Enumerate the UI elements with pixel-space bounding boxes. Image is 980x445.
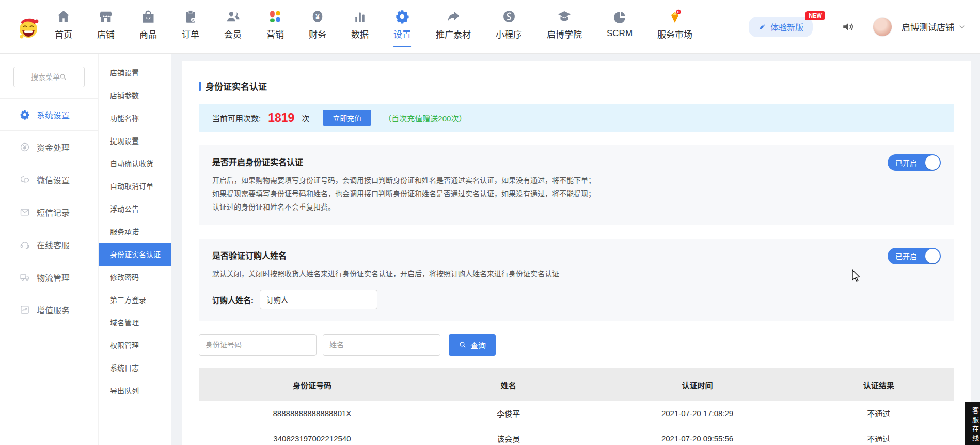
submenu-item-6[interactable]: 自动取消订单 <box>99 175 171 198</box>
nav-item-8[interactable]: 数据 <box>350 6 370 47</box>
nav-item-14[interactable]: H服务市场 <box>656 6 693 47</box>
nav-item-label: 设置 <box>393 27 411 40</box>
nav-item-label: 订单 <box>182 27 199 40</box>
nav-item-label: 数据 <box>351 27 369 40</box>
orderer-name-input[interactable] <box>260 290 377 309</box>
id-auth-desc-line: 开启后，如果购物需要填写身份证号码，会调用接口判断身份证和姓名是否通过实名认证，… <box>212 173 941 187</box>
sidebar-item-7[interactable]: 增值服务 <box>0 293 98 326</box>
sidebar-item-2[interactable]: 资金处理 <box>0 131 98 163</box>
table-row: 88888888888888801X李俊平2021-07-20 17:08:29… <box>199 401 954 426</box>
try-new-version-button[interactable]: 体验新版 NEW <box>749 17 813 37</box>
table-cell-time: 2021-07-20 09:55:56 <box>592 426 803 445</box>
table-header-cell: 身份证号码 <box>199 368 425 401</box>
marketing-icon <box>268 9 282 24</box>
nav-item-11[interactable]: 小程序 <box>495 6 523 47</box>
toggle-knob <box>925 249 940 263</box>
query-button[interactable]: 查询 <box>449 334 496 356</box>
nav-item-7[interactable]: ¥财务 <box>308 6 327 47</box>
goods-icon <box>141 9 155 24</box>
nav-item-4[interactable]: 订单 <box>181 6 200 47</box>
svg-text:H: H <box>677 10 680 13</box>
submenu-item-11[interactable]: 第三方登录 <box>99 289 171 311</box>
record-search-row: 查询 <box>199 334 954 356</box>
nav-item-label: 会员 <box>224 27 242 40</box>
app-logo-icon[interactable] <box>15 14 40 39</box>
id-auth-card: 是否开启身份证实名认证 开启后，如果购物需要填写身份证号码，会调用接口判断身份证… <box>199 145 954 225</box>
submenu-item-2[interactable]: 店铺参数 <box>99 84 171 107</box>
data-icon <box>353 9 367 24</box>
svg-text:¥: ¥ <box>315 13 320 21</box>
orderer-name-label: 订购人姓名: <box>212 294 254 305</box>
sidebar-item-4[interactable]: 短信记录 <box>0 196 98 228</box>
submenu-item-12[interactable]: 域名管理 <box>99 311 171 334</box>
quota-unit: 次 <box>302 113 309 123</box>
members-icon <box>226 9 240 24</box>
submenu-item-15[interactable]: 导出队列 <box>99 379 171 402</box>
submenu-item-9[interactable]: 身份证实名认证 <box>99 243 171 266</box>
table-cell-name: 李俊平 <box>425 401 592 426</box>
sidebar-item-label: 微信设置 <box>37 173 70 186</box>
sms-icon <box>20 207 30 217</box>
submenu-item-14[interactable]: 系统日志 <box>99 357 171 379</box>
store-icon <box>99 9 113 24</box>
menu-search-input[interactable] <box>13 67 85 87</box>
nav-item-label: 商品 <box>139 27 157 40</box>
nav-item-13[interactable]: SCRM <box>606 7 634 46</box>
title-accent-bar <box>199 82 201 91</box>
settings-icon <box>395 9 409 24</box>
logistics-icon <box>20 272 30 282</box>
submenu-item-7[interactable]: 浮动公告 <box>99 198 171 220</box>
nav-item-label: 服务市场 <box>657 27 692 40</box>
submenu-item-5[interactable]: 自动确认收货 <box>99 152 171 175</box>
nav-item-3[interactable]: 商品 <box>138 6 158 47</box>
name-search-input[interactable] <box>323 334 440 356</box>
id-auth-toggle[interactable]: 已开启 <box>888 154 941 171</box>
nav-item-5[interactable]: 会员 <box>223 6 243 47</box>
quota-label: 当前可用次数: <box>212 113 261 123</box>
nav-item-10[interactable]: 推广素材 <box>435 6 472 47</box>
nav-item-label: 营销 <box>266 27 284 40</box>
submenu-item-10[interactable]: 修改密码 <box>99 266 171 289</box>
nav-item-12[interactable]: 启博学院 <box>546 6 583 47</box>
sidebar-item-6[interactable]: 物流管理 <box>0 261 98 293</box>
announcement-speaker-icon[interactable] <box>842 20 855 34</box>
sidebar-item-label: 短信记录 <box>37 206 70 218</box>
customer-service-tab[interactable]: 客服在线 <box>965 402 980 445</box>
table-cell-name: 该会员 <box>425 426 592 445</box>
orderer-name-toggle[interactable]: 已开启 <box>888 248 941 264</box>
service-icon <box>20 240 30 250</box>
quota-banner: 当前可用次数: 1819 次 立即充值 （首次充值赠送200次） <box>199 104 954 132</box>
main-nav: 首页店铺商品订单会员营销¥财务数据设置推广素材小程序启博学院SCRMH服务市场 <box>54 6 693 47</box>
toggle-state-label: 已开启 <box>895 251 917 261</box>
submenu-item-3[interactable]: 功能名称 <box>99 107 171 130</box>
nav-item-1[interactable]: 首页 <box>54 6 73 47</box>
wechat-icon <box>20 174 30 185</box>
new-badge: NEW <box>805 11 825 20</box>
nav-item-6[interactable]: 营销 <box>265 6 285 47</box>
sidebar-item-1[interactable]: 系统设置 <box>0 98 98 131</box>
nav-item-2[interactable]: 店铺 <box>96 6 116 47</box>
nav-item-label: SCRM <box>607 28 633 39</box>
nav-item-9[interactable]: 设置 <box>392 6 412 47</box>
table-cell-id: 88888888888888801X <box>199 401 425 426</box>
table-cell-id: 340823197002212540 <box>199 426 425 445</box>
table-header-cell: 认证结果 <box>803 368 954 401</box>
id-number-search-input[interactable] <box>199 334 317 356</box>
sidebar-item-3[interactable]: 微信设置 <box>0 163 98 196</box>
orders-icon <box>183 9 198 24</box>
value-added-icon <box>20 305 30 315</box>
submenu-item-8[interactable]: 服务承诺 <box>99 220 171 243</box>
first-recharge-promo: （首次充值赠送200次） <box>384 113 466 123</box>
nav-item-label: 推广素材 <box>436 27 471 40</box>
table-body: 88888888888888801X李俊平2021-07-20 17:08:29… <box>199 401 954 445</box>
submenu-item-1[interactable]: 店铺设置 <box>99 61 171 84</box>
sidebar-item-5[interactable]: 在线客服 <box>0 228 98 261</box>
sidebar-item-label: 物流管理 <box>37 271 70 283</box>
orderer-name-card: 是否验证订购人姓名 默认关闭，关闭时按照收货人姓名来进行身份证实名认证，开启后，… <box>199 239 954 321</box>
table-header-cell: 认证时间 <box>592 368 803 401</box>
recharge-button[interactable]: 立即充值 <box>323 110 371 126</box>
account-menu[interactable]: 启博测试店铺 <box>873 17 966 37</box>
table-cell-result: 不通过 <box>803 401 954 426</box>
submenu-item-13[interactable]: 权限管理 <box>99 334 171 357</box>
submenu-item-4[interactable]: 提现设置 <box>99 130 171 152</box>
